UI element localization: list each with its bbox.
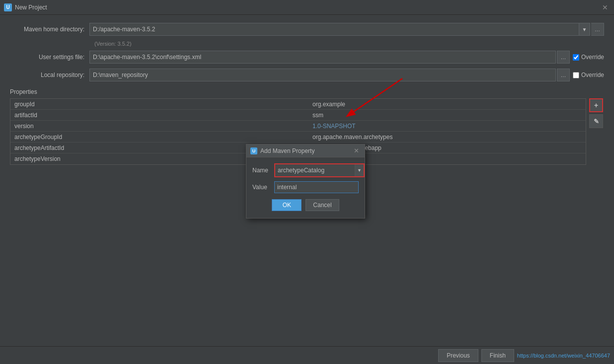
prop-side-buttons: + ✎: [589, 98, 603, 128]
maven-home-dropdown-btn[interactable]: ▼: [579, 23, 590, 36]
prop-key-version: version: [10, 123, 308, 130]
window-title: New Project: [15, 4, 47, 11]
dialog-name-input[interactable]: [275, 164, 355, 176]
prop-value-version: 1.0-SNAPSHOT: [308, 123, 586, 130]
app-icon: U: [4, 3, 12, 11]
prop-key-archetype-groupid: archetypeGroupId: [10, 134, 308, 141]
maven-home-input-wrap: ▼ …: [89, 23, 604, 36]
table-row: groupId org.example: [10, 99, 586, 110]
window-close-button[interactable]: ✕: [600, 2, 610, 12]
dialog-name-row: Name ▼: [252, 163, 359, 177]
dialog-name-dropdown-btn[interactable]: ▼: [355, 164, 364, 176]
local-repo-override-label: Override: [581, 72, 604, 78]
add-property-button[interactable]: +: [589, 98, 603, 112]
dialog-close-button[interactable]: ✕: [352, 146, 361, 155]
table-row: archetypeGroupId org.apache.maven.archet…: [10, 132, 586, 143]
prop-value-archetype-groupid: org.apache.maven.archetypes: [308, 134, 586, 141]
dialog-ok-button[interactable]: OK: [272, 199, 302, 211]
local-repo-override-checkbox[interactable]: [573, 72, 579, 78]
dialog-name-input-wrap: ▼: [274, 163, 365, 177]
user-settings-override-checkbox[interactable]: [573, 54, 579, 61]
url-text: https://blog.csdn.net/weixin_44706647: [517, 353, 610, 359]
user-settings-override-label: Override: [581, 54, 604, 61]
table-row: artifactId ssm: [10, 110, 586, 121]
maven-version-text: (Version: 3.5.2): [94, 41, 604, 47]
table-row: version 1.0-SNAPSHOT: [10, 121, 586, 132]
user-settings-row: User settings file: … Override: [10, 51, 604, 64]
bottom-bar: Previous Finish https://blog.csdn.net/we…: [0, 346, 614, 364]
maven-home-label: Maven home directory:: [10, 26, 89, 33]
local-repo-override-wrap: Override: [573, 72, 604, 78]
dialog-value-label: Value: [252, 184, 274, 191]
dialog-buttons: OK Cancel: [252, 199, 359, 213]
dialog-icon: U: [250, 147, 257, 154]
user-settings-browse-btn[interactable]: …: [557, 51, 570, 64]
maven-home-browse-btn[interactable]: …: [591, 23, 604, 36]
title-bar: U New Project ✕: [0, 0, 614, 15]
prop-value-groupid: org.example: [308, 101, 586, 108]
local-repo-label: Local repository:: [10, 72, 89, 78]
edit-property-button[interactable]: ✎: [589, 114, 603, 128]
dialog-cancel-button[interactable]: Cancel: [306, 199, 339, 211]
dialog-name-label: Name: [252, 167, 274, 174]
local-repo-browse-btn[interactable]: …: [557, 69, 570, 81]
dialog-body: Name ▼ Value OK Cancel: [246, 157, 365, 218]
maven-home-input[interactable]: [89, 23, 579, 36]
dialog-title: Add Maven Property: [260, 147, 352, 154]
dialog-value-row: Value: [252, 181, 359, 193]
user-settings-input[interactable]: [89, 51, 556, 64]
maven-home-row: Maven home directory: ▼ …: [10, 23, 604, 36]
dialog-value-input[interactable]: [274, 181, 359, 193]
prop-key-artifactid: artifactId: [10, 112, 308, 119]
previous-button[interactable]: Previous: [438, 349, 478, 362]
finish-button[interactable]: Finish: [481, 349, 514, 362]
local-repo-input[interactable]: [89, 69, 556, 81]
user-settings-label: User settings file:: [10, 54, 89, 61]
dialog-title-bar: U Add Maven Property ✕: [246, 145, 365, 157]
prop-key-groupid: groupId: [10, 101, 308, 108]
local-repo-input-wrap: …: [89, 69, 570, 81]
prop-value-artifactid: ssm: [308, 112, 586, 119]
user-settings-override-wrap: Override: [573, 54, 604, 61]
properties-title: Properties: [10, 88, 604, 95]
user-settings-input-wrap: …: [89, 51, 570, 64]
add-maven-property-dialog: U Add Maven Property ✕ Name ▼ Value OK C…: [246, 144, 365, 218]
local-repo-row: Local repository: … Override: [10, 69, 604, 81]
